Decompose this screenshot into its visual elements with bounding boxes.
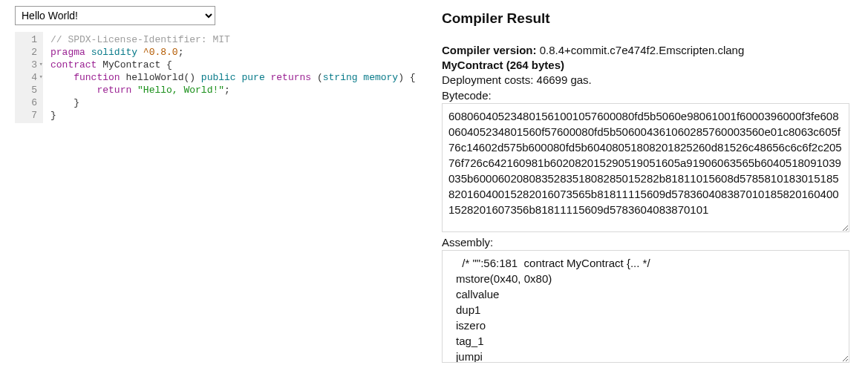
gutter-line: 2: [21, 46, 37, 59]
code-line[interactable]: return "Hello, World!";: [50, 84, 416, 96]
gutter-line: 5: [21, 84, 37, 96]
editor-gutter: 123▾4▾567: [15, 32, 43, 123]
compiler-result-heading: Compiler Result: [442, 10, 861, 27]
code-editor[interactable]: 123▾4▾567 // SPDX-License-Identifier: MI…: [15, 31, 427, 123]
compiler-version-value: 0.8.4+commit.c7e474f2.Emscripten.clang: [540, 44, 745, 56]
compiler-version-line: Compiler version: 0.8.4+commit.c7e474f2.…: [442, 43, 861, 58]
code-line[interactable]: }: [50, 109, 416, 122]
code-line[interactable]: contract MyContract {: [50, 59, 416, 71]
right-column: Compiler Result Compiler version: 0.8.4+…: [427, 6, 861, 381]
assembly-output[interactable]: [442, 250, 849, 363]
contract-summary: MyContract (264 bytes): [442, 58, 861, 73]
gutter-line: 6: [21, 96, 37, 109]
code-line[interactable]: // SPDX-License-Identifier: MIT: [50, 33, 416, 46]
gutter-line: 7: [21, 109, 37, 122]
fold-marker-icon[interactable]: ▾: [39, 59, 43, 71]
left-column: Hello World! 123▾4▾567 // SPDX-License-I…: [15, 6, 427, 381]
gutter-line: 3▾: [21, 59, 37, 71]
editor-code[interactable]: // SPDX-License-Identifier: MITpragma so…: [43, 32, 419, 123]
code-line[interactable]: }: [50, 96, 416, 109]
bytecode-output[interactable]: [442, 103, 849, 232]
app-root: Hello World! 123▾4▾567 // SPDX-License-I…: [0, 0, 868, 388]
contract-select[interactable]: Hello World!: [15, 6, 215, 25]
fold-marker-icon[interactable]: ▾: [39, 71, 43, 84]
gutter-line: 1: [21, 33, 37, 46]
assembly-label: Assembly:: [442, 236, 861, 249]
gutter-line: 4▾: [21, 71, 37, 84]
compiler-version-label: Compiler version:: [442, 44, 537, 56]
deployment-cost: Deployment costs: 46699 gas.: [442, 73, 861, 88]
code-line[interactable]: pragma solidity ^0.8.0;: [50, 46, 416, 59]
bytecode-label: Bytecode:: [442, 89, 861, 102]
code-line[interactable]: function helloWorld() public pure return…: [50, 71, 416, 84]
